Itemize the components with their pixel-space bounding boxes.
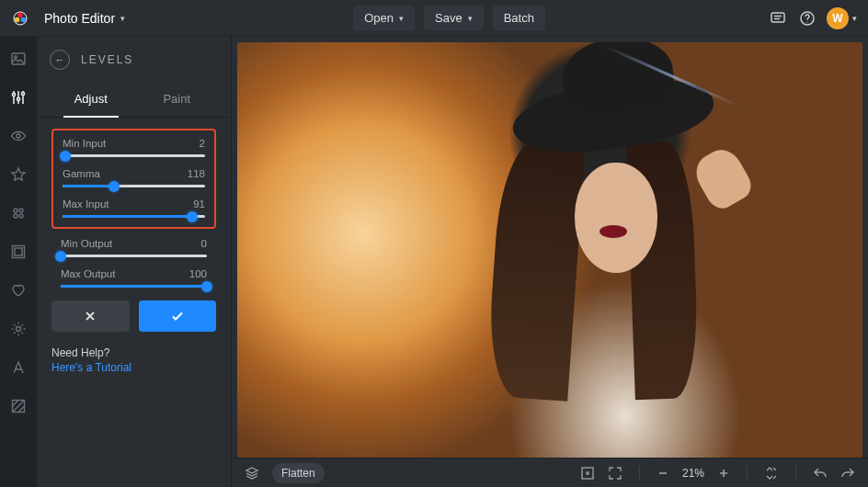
canvas-area: Flatten 21% [232,37,868,487]
bottom-toolbar: Flatten 21% [232,458,868,487]
highlighted-sliders: Min Input2 Gamma118 Max Input91 [51,129,216,229]
svg-point-10 [17,97,19,100]
slider-label: Gamma [63,168,100,179]
apply-button[interactable] [139,300,217,332]
photo-preview [237,42,862,458]
slider-value: 91 [193,198,205,210]
rail-adjust-icon[interactable] [9,88,28,107]
check-icon [170,309,185,323]
slider-label: Max Output [61,268,115,279]
undo-button[interactable] [813,466,828,481]
rail-frame-icon[interactable] [9,243,28,261]
tab-adjust[interactable]: Adjust [48,83,134,117]
tab-paint-label: Paint [163,92,190,106]
slider-max-input: Max Input91 [63,198,205,218]
compare-icon[interactable] [764,466,779,481]
svg-point-15 [14,214,17,218]
flatten-label: Flatten [281,467,315,480]
svg-point-9 [12,93,15,96]
panel-header: ← LEVELS [37,37,231,79]
unhighlighted-sliders: Min Output0 Max Output100 [51,238,216,288]
back-button[interactable]: ← [50,50,70,70]
avatar: W [827,7,849,29]
svg-rect-18 [15,248,22,255]
slider-track-max-input[interactable] [63,215,205,218]
sliders-group: Min Input2 Gamma118 Max Input91 Min O [37,118,231,288]
tab-paint[interactable]: Paint [134,83,221,117]
slider-label: Min Input [63,138,106,149]
rail-heart-icon[interactable] [9,281,28,300]
svg-point-8 [15,56,17,58]
canvas[interactable] [232,37,868,458]
svg-point-12 [17,134,20,138]
avatar-letter: W [832,12,842,25]
slider-track-gamma[interactable] [63,185,205,187]
flatten-button[interactable]: Flatten [272,463,325,483]
slider-value: 2 [200,138,205,149]
rail-pattern-icon[interactable] [9,397,28,415]
slider-label: Min Output [61,238,112,249]
slider-track-max-output[interactable] [61,285,207,288]
slider-value: 100 [189,268,207,279]
svg-point-22 [587,471,589,474]
zoom-out-button[interactable] [657,467,669,480]
rail-effects-icon[interactable] [9,204,28,222]
layers-icon[interactable] [245,466,259,481]
rail-gear-icon[interactable] [9,320,28,338]
chevron-down-icon: ▾ [468,14,473,23]
svg-point-11 [21,92,24,95]
chevron-down-icon: ▾ [852,14,857,23]
slider-gamma: Gamma118 [63,168,205,187]
cancel-button[interactable] [51,300,130,332]
panel-title: LEVELS [81,53,133,66]
slider-track-min-output[interactable] [61,255,207,257]
body: ← LEVELS Adjust Paint Min Input2 Gamma11… [0,37,868,487]
slider-min-input: Min Input2 [63,138,205,157]
save-button[interactable]: Save ▾ [424,6,484,30]
help-icon[interactable] [797,8,817,28]
tool-rail [0,37,37,487]
app-root: Photo Editor ▾ Open ▾ Save ▾ Batch W ▾ [0,0,868,487]
feedback-icon[interactable] [768,8,788,28]
svg-point-2 [21,17,27,22]
svg-point-3 [15,17,20,22]
panel-tabs: Adjust Paint [37,83,231,118]
chevron-down-icon: ▾ [120,14,125,23]
tab-adjust-label: Adjust [74,92,108,106]
slider-value: 118 [188,168,205,179]
app-title: Photo Editor [44,11,115,26]
rail-text-icon[interactable] [9,358,28,377]
close-icon [84,310,97,323]
open-button[interactable]: Open ▾ [353,6,415,30]
rail-image-icon[interactable] [9,50,28,68]
save-label: Save [435,11,463,25]
rail-eye-icon[interactable] [9,127,28,145]
batch-label: Batch [504,11,534,25]
batch-button[interactable]: Batch [493,6,545,30]
levels-panel: ← LEVELS Adjust Paint Min Input2 Gamma11… [37,37,232,487]
slider-min-output: Min Output0 [61,238,207,257]
user-menu[interactable]: W ▾ [827,7,857,29]
help-question: Need Help? [51,346,216,359]
redo-button[interactable] [840,466,855,481]
fullscreen-icon[interactable] [608,466,622,481]
svg-rect-4 [771,13,784,22]
help-tutorial-link[interactable]: Here's a Tutorial [51,361,216,374]
chevron-down-icon: ▾ [399,14,404,23]
slider-track-min-input[interactable] [63,154,205,157]
app-title-dropdown[interactable]: Photo Editor ▾ [39,7,131,29]
rail-star-icon[interactable] [9,165,28,184]
topbar: Photo Editor ▾ Open ▾ Save ▾ Batch W ▾ [0,0,868,37]
fit-to-screen-icon[interactable] [580,466,595,481]
slider-label: Max Input [63,198,109,210]
svg-point-1 [17,12,23,17]
open-label: Open [364,11,394,25]
svg-point-6 [806,21,807,22]
help-section: Need Help? Here's a Tutorial [37,345,231,387]
svg-point-16 [19,214,23,218]
svg-point-13 [14,209,17,212]
zoom-in-button[interactable] [717,467,730,480]
app-logo-icon [11,9,29,28]
zoom-level: 21% [682,467,704,480]
slider-value: 0 [201,238,207,249]
